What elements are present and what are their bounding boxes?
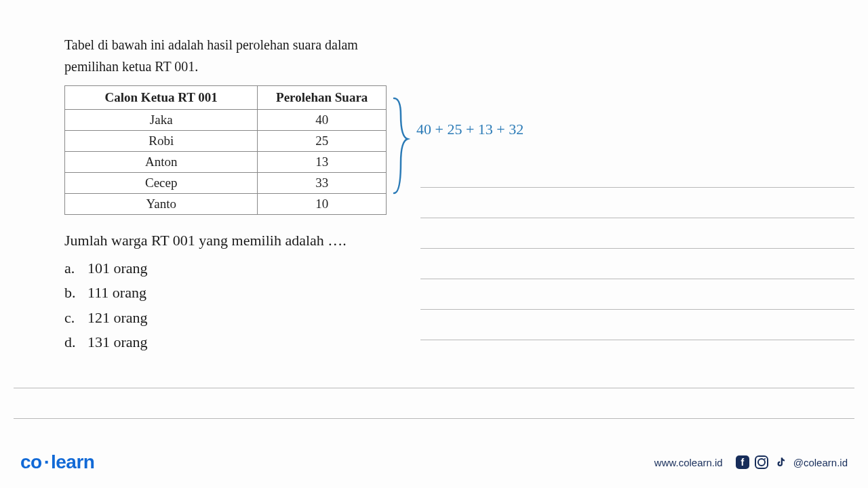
header-votes: Perolehan Suara bbox=[258, 86, 387, 110]
candidate-votes: 40 bbox=[258, 110, 387, 131]
option-letter: a. bbox=[64, 256, 87, 281]
vote-table: Calon Ketua RT 001 Perolehan Suara Jaka … bbox=[64, 85, 387, 215]
option-letter: c. bbox=[64, 306, 87, 330]
instagram-icon bbox=[754, 455, 769, 470]
ruled-line bbox=[420, 249, 854, 279]
candidate-name: Jaka bbox=[65, 110, 258, 131]
facebook-icon: f bbox=[735, 455, 750, 470]
ruled-line bbox=[420, 157, 854, 188]
intro-line-2: pemilihan ketua RT 001. bbox=[64, 59, 198, 74]
curly-bracket-icon bbox=[389, 95, 416, 200]
table-row: Yanto 10 bbox=[65, 194, 387, 215]
website-url: www.colearn.id bbox=[654, 457, 723, 468]
option-letter: d. bbox=[64, 330, 87, 354]
candidate-votes: 13 bbox=[258, 152, 387, 173]
social-handle: @colearn.id bbox=[793, 457, 848, 468]
logo: co·learn bbox=[20, 451, 94, 473]
handwritten-annotation: 40 + 25 + 13 + 32 bbox=[416, 121, 524, 138]
table-row: Cecep 33 bbox=[65, 173, 387, 194]
page-rule bbox=[14, 388, 854, 388]
page-rule bbox=[14, 418, 854, 419]
option-text: 111 orang bbox=[87, 281, 146, 305]
option-text: 121 orang bbox=[87, 306, 148, 330]
ruled-line bbox=[420, 188, 854, 218]
logo-co: co bbox=[20, 451, 42, 472]
candidate-votes: 25 bbox=[258, 131, 387, 152]
social-icons: f @colearn.id bbox=[735, 455, 848, 470]
candidate-name: Cecep bbox=[65, 173, 258, 194]
ruled-lines-area bbox=[420, 157, 854, 340]
candidate-votes: 10 bbox=[258, 194, 387, 215]
intro-line-1: Tabel di bawah ini adalah hasil peroleha… bbox=[64, 37, 358, 52]
header-candidate: Calon Ketua RT 001 bbox=[65, 86, 258, 110]
option-letter: b. bbox=[64, 281, 87, 305]
candidate-name: Anton bbox=[65, 152, 258, 173]
ruled-line bbox=[420, 310, 854, 340]
logo-learn: learn bbox=[51, 451, 94, 472]
ruled-line bbox=[420, 218, 854, 249]
candidate-votes: 33 bbox=[258, 173, 387, 194]
footer: co·learn www.colearn.id f @colearn.id bbox=[0, 451, 868, 473]
option-text: 101 orang bbox=[87, 256, 148, 281]
tiktok-icon bbox=[773, 455, 788, 470]
candidate-name: Robi bbox=[65, 131, 258, 152]
table-row: Anton 13 bbox=[65, 152, 387, 173]
option-text: 131 orang bbox=[87, 330, 148, 354]
table-row: Robi 25 bbox=[65, 131, 387, 152]
ruled-line bbox=[420, 279, 854, 310]
logo-dot: · bbox=[42, 451, 51, 472]
candidate-name: Yanto bbox=[65, 194, 258, 215]
intro-text: Tabel di bawah ini adalah hasil peroleha… bbox=[64, 34, 810, 77]
footer-right: www.colearn.id f @colearn.id bbox=[654, 455, 848, 470]
table-row: Jaka 40 bbox=[65, 110, 387, 131]
table-header-row: Calon Ketua RT 001 Perolehan Suara bbox=[65, 86, 387, 110]
